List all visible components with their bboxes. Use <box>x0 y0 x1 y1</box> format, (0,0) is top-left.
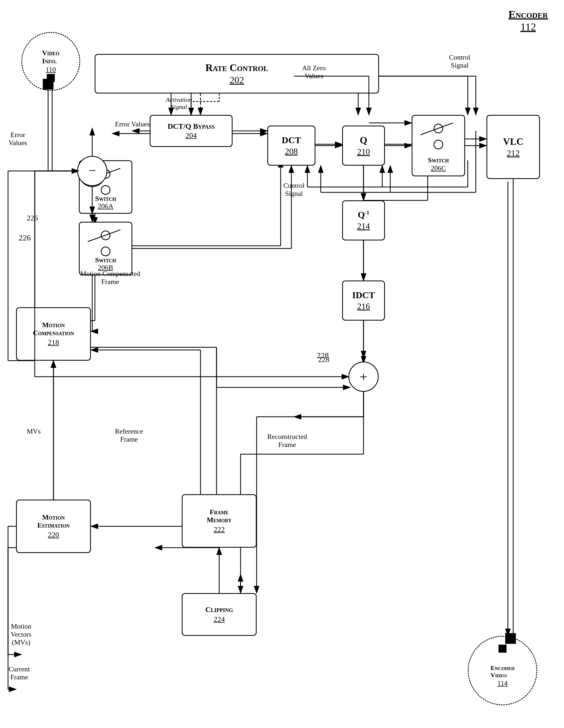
q-inv-label: Q-1 <box>358 210 369 220</box>
frame-memory-label: FrameMemory <box>207 508 232 524</box>
dct-q-bypass-number: 204 <box>185 131 197 140</box>
clipping-number: 224 <box>213 615 225 624</box>
clipping-label: Clipping <box>205 605 233 614</box>
motion-est-block: MotionEstimation 220 <box>16 500 91 553</box>
encoded-video-number: 114 <box>497 679 508 687</box>
diagram-arrows <box>0 0 564 728</box>
dct-q-bypass-block: DCT/Q Bypass 204 <box>150 115 232 147</box>
switch-206b-label: Switch <box>80 256 131 264</box>
diagram: Encoder 112 <box>0 0 564 728</box>
motion-est-number: 220 <box>48 531 59 539</box>
encoder-label: Encoder <box>508 8 548 21</box>
video-info-label: VideoInfo. <box>42 49 60 65</box>
switch-206c-label: Switch <box>413 156 464 164</box>
encoder-number: 112 <box>508 21 548 33</box>
detail-arrows: − <box>0 0 564 728</box>
idct-label: IDCT <box>352 290 375 300</box>
adder-node: + <box>350 363 377 390</box>
switch-206c-number: 206C <box>413 164 464 172</box>
motion-comp-number: 218 <box>48 338 59 347</box>
vlc-label: VLC <box>503 136 523 147</box>
rate-control-block: Rate Control 202 <box>95 54 379 94</box>
switch-206b-block: Switch 206B <box>79 222 132 275</box>
error-values-left-label: ErrorValues <box>9 131 27 147</box>
num-228-label: 228 <box>318 355 329 364</box>
reference-frame-label: ReferenceFrame <box>115 427 143 443</box>
vlc-number: 212 <box>507 148 520 158</box>
dct-block: DCT 208 <box>267 126 316 166</box>
vlc-block: VLC 212 <box>487 115 540 179</box>
dct-number: 208 <box>285 146 298 156</box>
motion-comp-block: MotionCompensation 218 <box>16 307 91 361</box>
encoded-video-label: EncodedVideo <box>491 664 515 679</box>
num-226-label: 226 <box>27 214 38 222</box>
motion-vectors-label: MotionVectors(MVs) <box>11 622 32 647</box>
q-block: Q 210 <box>342 126 385 166</box>
encoder-title: Encoder 112 <box>508 8 548 33</box>
q-inv-number: 214 <box>357 221 370 231</box>
motion-est-label: MotionEstimation <box>37 513 69 530</box>
switch-206a-label: Switch <box>80 195 131 203</box>
switch-206c-block: Switch 206C <box>412 115 465 176</box>
clipping-block: Clipping 224 <box>182 593 256 636</box>
q-number: 210 <box>357 147 370 157</box>
all-zero-values-label: All ZeroValues <box>302 64 326 80</box>
q-label: Q <box>360 135 367 146</box>
control-signal-top-label: ControlSignal <box>449 53 470 69</box>
video-info-block: VideoInfo. 110 <box>21 32 80 91</box>
motion-compensated-frame-label: Motion CompensatedFrame <box>80 270 140 286</box>
dct-label: DCT <box>282 135 301 145</box>
frame-memory-block: FrameMemory 222 <box>182 494 256 548</box>
motion-comp-label: MotionCompensation <box>33 321 74 337</box>
idct-block: IDCT 216 <box>342 281 385 321</box>
mvs-label: MVs <box>27 427 41 435</box>
activation-signal-label: Activation Signal <box>166 96 192 111</box>
control-signal-bottom-label: ControlSignal <box>284 182 305 198</box>
video-info-number: 110 <box>46 66 56 74</box>
q-inv-block: Q-1 214 <box>342 200 385 240</box>
switch-206a-number: 206A <box>80 202 131 210</box>
rate-control-number: 202 <box>229 75 244 86</box>
subtract-node: − <box>79 160 106 187</box>
frame-memory-number: 222 <box>213 525 225 534</box>
rate-control-label: Rate Control <box>205 62 268 73</box>
idct-number: 216 <box>357 301 370 311</box>
encoded-video-block: EncodedVideo 114 <box>468 636 537 705</box>
error-values-right-label: Error Values <box>115 120 150 128</box>
dct-q-bypass-label: DCT/Q Bypass <box>167 122 215 131</box>
reconstructed-frame-label: ReconstructedFrame <box>267 433 307 449</box>
svg-text:226: 226 <box>19 233 31 242</box>
current-frame-label: CurrentFrame <box>9 665 30 681</box>
